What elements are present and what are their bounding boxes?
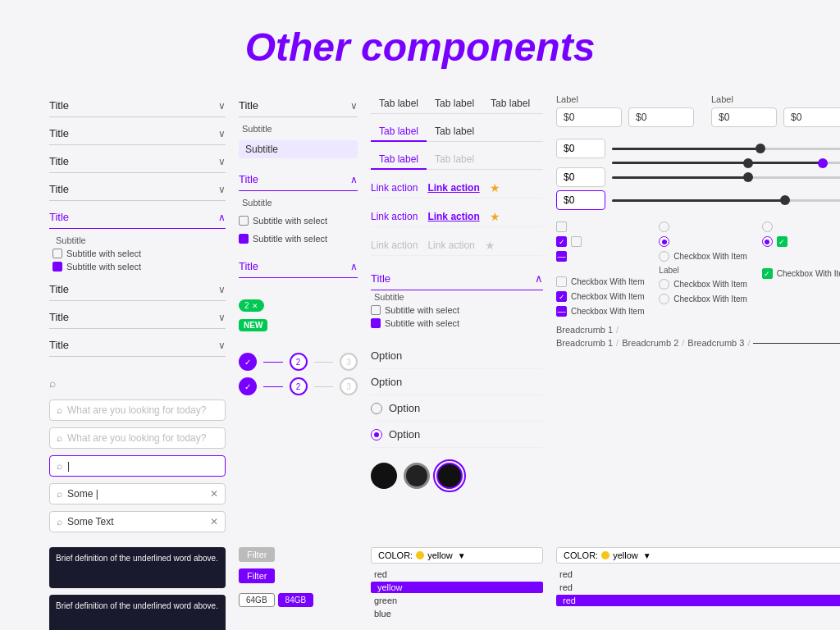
option-text-2[interactable]: Option <box>371 369 543 395</box>
radio-checked-1[interactable] <box>659 236 669 247</box>
radio-unchecked-1[interactable] <box>659 221 669 232</box>
mixed-green-item[interactable]: ✓ Checkbox With Item <box>762 268 840 279</box>
tab-label-2[interactable]: Tab label <box>427 94 482 114</box>
link-action-2[interactable]: Link action <box>371 211 418 222</box>
tab-label-3[interactable]: Tab label <box>482 94 538 114</box>
cb-item-3[interactable]: — Checkbox With Item <box>556 306 654 317</box>
option-radio-2[interactable]: Option <box>371 422 543 448</box>
search-input-1[interactable]: ⌕ What are you looking for today? <box>49 399 226 421</box>
checkbox-item-checked[interactable]: ✓ <box>556 291 567 302</box>
rd-item-3[interactable]: Checkbox With Item <box>659 294 756 304</box>
radio-unchecked-m1[interactable] <box>762 221 773 232</box>
color-opt-red-2[interactable]: red <box>556 582 840 593</box>
radio-checked-m[interactable] <box>762 236 773 247</box>
circle-black[interactable] <box>371 463 397 489</box>
search-input-3-focused[interactable]: ⌕ | <box>49 455 226 477</box>
checkbox-checked[interactable] <box>52 262 62 272</box>
option-radio-1[interactable]: Option <box>371 395 543 422</box>
input-field-2[interactable] <box>628 107 694 127</box>
cb-empty[interactable] <box>556 221 654 232</box>
storage-64gb[interactable]: 64GB <box>239 593 275 607</box>
clear-icon[interactable]: ✕ <box>210 516 218 527</box>
tab-label-normal[interactable]: Tab label <box>427 122 482 142</box>
accordion-item-1[interactable]: Title ∨ <box>49 94 226 117</box>
search-input-4[interactable]: ⌕ Some | ✕ <box>49 483 226 504</box>
checkbox-unchecked-sq[interactable] <box>556 221 567 232</box>
col2-accordion-1[interactable]: Title ∨ <box>239 94 358 117</box>
radio-unchecked-3[interactable] <box>659 294 669 304</box>
col2-checkbox-2[interactable]: Subtitle with select <box>239 232 358 245</box>
col2-checkbox-1[interactable]: Subtitle with select <box>239 214 358 227</box>
color-opt-red-1[interactable]: red <box>556 568 840 580</box>
color-opt-green[interactable]: green <box>371 595 543 606</box>
checkbox-unchecked-sq-2[interactable] <box>571 236 582 247</box>
accordion-item-2[interactable]: Title ∨ <box>49 122 226 145</box>
col3-checkbox-unchecked[interactable] <box>371 305 381 315</box>
checkbox-unchecked[interactable] <box>52 249 62 258</box>
color-dropdown-1[interactable]: COLOR: yellow ▼ <box>371 547 543 564</box>
mixed-rd-check[interactable]: ✓ <box>762 236 840 247</box>
search-input-5[interactable]: ⌕ Some Text ✕ <box>49 511 226 532</box>
rd-item-2[interactable]: Checkbox With Item <box>659 279 756 290</box>
checkbox-checked[interactable] <box>239 234 249 244</box>
checkbox-unchecked[interactable] <box>239 216 249 226</box>
link-action-bold-2[interactable]: Link action <box>427 211 479 222</box>
cb-checked[interactable]: ✓ <box>556 236 654 247</box>
storage-84gb-active[interactable]: 84GB <box>278 593 314 607</box>
accordion-item-7[interactable]: Title ∨ <box>49 306 226 329</box>
radio-unchecked-item[interactable] <box>659 251 669 262</box>
col2-accordion-2-open[interactable]: Title ∧ <box>239 168 358 191</box>
input-field-4[interactable] <box>783 107 840 127</box>
link-action-1[interactable]: Link action <box>371 182 418 194</box>
color-opt-blue[interactable]: blue <box>371 608 543 619</box>
link-action-bold-1[interactable]: Link action <box>427 182 479 194</box>
checkbox-green-item[interactable]: ✓ <box>762 268 773 279</box>
radio-unchecked-2[interactable] <box>659 279 669 290</box>
checkbox-item-mixed[interactable]: — <box>556 306 567 317</box>
filter-button-gray[interactable]: Filter <box>239 547 275 562</box>
accordion-item-4[interactable]: Title ∨ <box>49 178 226 201</box>
search-input-2[interactable]: ⌕ What are you looking for today? <box>49 427 226 449</box>
checkbox-checked-sq[interactable]: ✓ <box>556 236 567 247</box>
accordion-item-5-open[interactable]: Title ∧ <box>49 206 226 229</box>
color-dropdown-2[interactable]: COLOR: yellow ▼ <box>556 547 840 564</box>
cb-mixed[interactable]: — <box>556 251 654 262</box>
radio-unchecked[interactable] <box>371 403 382 414</box>
input-field-3[interactable] <box>711 107 777 127</box>
slider-input-3[interactable] <box>556 167 605 187</box>
color-opt-red[interactable]: red <box>371 568 543 580</box>
badge-close-icon[interactable]: ✕ <box>252 302 258 310</box>
col3-checkbox-checked[interactable] <box>371 318 381 328</box>
slider-input-1[interactable] <box>556 139 605 158</box>
rd-empty[interactable] <box>659 221 756 232</box>
circle-selected[interactable] <box>436 463 463 489</box>
cb-item-2[interactable]: ✓ Checkbox With Item <box>556 291 654 302</box>
accordion-item-3[interactable]: Title ∨ <box>49 150 226 173</box>
color-opt-red-3-selected[interactable]: red <box>556 595 840 606</box>
tab-label-active-2[interactable]: Tab label <box>371 150 427 170</box>
col2-accordion-3-open[interactable]: Title ∧ <box>239 255 358 278</box>
checkbox-mixed[interactable]: — <box>556 251 567 262</box>
checkbox-item-unchecked[interactable] <box>556 276 567 287</box>
radio-checked[interactable] <box>371 429 382 441</box>
accordion-item-8[interactable]: Title ∨ <box>49 334 226 357</box>
tab-label-active[interactable]: Tab label <box>371 122 427 142</box>
filter-button-purple[interactable]: Filter <box>239 568 275 583</box>
cb-item-1[interactable]: Checkbox With Item <box>556 276 654 287</box>
star-icon-gold-2[interactable]: ★ <box>490 210 500 223</box>
checkbox-row-1[interactable]: Subtitle with select <box>52 247 226 260</box>
checkbox-green[interactable]: ✓ <box>777 236 788 247</box>
tab-label-1[interactable]: Tab label <box>371 94 427 114</box>
badge-pill-2[interactable]: 2 ✕ <box>239 299 264 312</box>
clear-icon[interactable]: ✕ <box>210 488 218 500</box>
rd-checked[interactable] <box>659 236 756 247</box>
rd-item-1[interactable]: Checkbox With Item <box>659 251 756 262</box>
col3-accordion-open[interactable]: Title ∧ <box>371 267 543 290</box>
slider-input-4[interactable] <box>556 190 605 210</box>
accordion-item-6[interactable]: Title ∨ <box>49 278 226 301</box>
option-text-1[interactable]: Option <box>371 343 543 369</box>
circle-dark[interactable] <box>404 463 430 489</box>
mixed-rd-empty[interactable] <box>762 221 840 232</box>
checkbox-row-2[interactable]: Subtitle with select <box>52 260 226 273</box>
input-field-1[interactable] <box>556 107 622 127</box>
